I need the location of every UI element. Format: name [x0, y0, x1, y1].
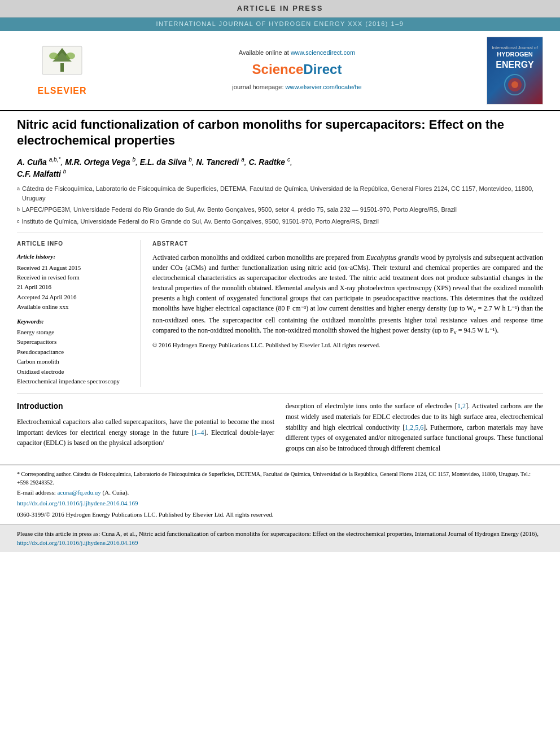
- article-history-label: Article history:: [17, 252, 132, 261]
- author-dasilva: E.L. da Silva: [140, 157, 187, 166]
- elsevier-logo: [40, 43, 85, 80]
- history-revised-date: 21 April 2016: [17, 283, 132, 291]
- svg-rect-1: [60, 63, 64, 72]
- introduction-heading: Introduction: [17, 401, 274, 412]
- corresponding-author-note: * Corresponding author. Cátedra de Fisic…: [17, 470, 543, 487]
- email-link[interactable]: acuna@fq.edu.uy: [57, 489, 100, 496]
- journal-cover-area: International Journal of HYDROGEN ENERGY: [481, 37, 549, 104]
- history-available: Available online xxx: [17, 303, 132, 311]
- history-accepted: Accepted 24 April 2016: [17, 293, 132, 302]
- citation-doi-link[interactable]: http://dx.doi.org/10.1016/j.ijhydene.201…: [17, 539, 138, 546]
- author-tancredi: N. Tancredi: [196, 157, 239, 166]
- footnote-area: * Corresponding author. Cátedra de Fisic…: [0, 465, 560, 524]
- citation-text: Please cite this article in press as: Cu…: [17, 530, 539, 537]
- article-in-press-banner: ARTICLE IN PRESS: [0, 0, 560, 18]
- intro-left-column: Introduction Electrochemical capacitors …: [17, 401, 274, 453]
- affiliation-a: a Cátedra de Fisicoquímica, Laboratorio …: [17, 184, 543, 203]
- keyword-eis: Electrochemical impedance spectroscopy: [17, 377, 132, 386]
- abstract-label: ABSTRACT: [152, 240, 543, 248]
- elsevier-wordmark: ELSEVIER: [37, 85, 86, 97]
- svg-point-8: [511, 81, 518, 88]
- page-header: ELSEVIER Available online at www.science…: [0, 31, 560, 111]
- main-content: Nitric acid functionalization of carbon …: [0, 111, 560, 460]
- sciencedirect-url[interactable]: www.sciencedirect.com: [291, 49, 355, 56]
- available-online-text: Available online at www.sciencedirect.co…: [239, 49, 355, 57]
- journal-name-bar: INTERNATIONAL JOURNAL OF HYDROGEN ENERGY…: [0, 18, 560, 30]
- author-cuna: A. Cuña: [17, 157, 47, 166]
- authors-line: A. Cuña a,b,*, M.R. Ortega Vega b, E.L. …: [17, 156, 543, 180]
- header-center: Available online at www.sciencedirect.co…: [113, 37, 481, 104]
- history-revised-label: Received in revised form: [17, 273, 132, 282]
- intro-left-text: Electrochemical capacitors also called s…: [17, 417, 274, 448]
- article-info-label: ARTICLE INFO: [17, 240, 132, 248]
- affiliation-b: b LAPEC/PPGE3M, Universidade Federal do …: [17, 205, 543, 215]
- history-received: Received 21 August 2015: [17, 264, 132, 272]
- article-title: Nitric acid functionalization of carbon …: [17, 117, 543, 149]
- journal-cover-hydrogen: HYDROGEN: [497, 51, 533, 58]
- doi-link[interactable]: http://dx.doi.org/10.1016/j.ijhydene.201…: [17, 500, 138, 506]
- elsevier-logo-area: ELSEVIER: [11, 37, 113, 104]
- author-radtke: C. Radtke: [248, 157, 285, 166]
- ref-1-2-5-6[interactable]: 1,2,5,6: [405, 423, 423, 431]
- journal-homepage-url[interactable]: www.elsevier.com/locate/he: [286, 84, 362, 90]
- affiliations: a Cátedra de Fisicoquímica, Laboratorio …: [17, 184, 543, 226]
- ref-1-4[interactable]: 1–4: [194, 429, 204, 436]
- abstract-text: Activated carbon monoliths and oxidized …: [152, 252, 543, 337]
- ref-1-2[interactable]: 1,2: [457, 402, 466, 410]
- introduction-section: Introduction Electrochemical capacitors …: [17, 401, 543, 453]
- intro-right-column: desorption of electrolyte ions onto the …: [286, 401, 543, 453]
- affiliation-c: c Instituto de Química, Universidade Fed…: [17, 217, 543, 226]
- sciencedirect-logo: ScienceDirect: [252, 60, 342, 79]
- keywords-label: Keywords:: [17, 317, 132, 326]
- author-malfatti: C.F. Malfatti: [17, 169, 61, 178]
- keyword-energy-storage: Energy storage: [17, 328, 132, 337]
- svg-point-4: [49, 53, 58, 59]
- intro-right-text: desorption of electrolyte ions onto the …: [286, 401, 543, 453]
- article-info-column: ARTICLE INFO Article history: Received 2…: [17, 240, 141, 387]
- author-ortega: M.R. Ortega Vega: [65, 157, 130, 166]
- keyword-supercapacitors: Supercapacitors: [17, 338, 132, 346]
- keyword-oxidized-electrode: Oxidized electrode: [17, 368, 132, 376]
- email-line: E-mail address: acuna@fq.edu.uy (A. Cuña…: [17, 488, 543, 497]
- journal-cover: International Journal of HYDROGEN ENERGY: [487, 37, 543, 104]
- abstract-column: ABSTRACT Activated carbon monoliths and …: [152, 240, 543, 387]
- journal-cover-subtitle: International Journal of: [492, 45, 537, 51]
- sciencedirect-direct: Direct: [303, 62, 342, 77]
- sciencedirect-sci: Science: [252, 62, 304, 77]
- svg-point-5: [66, 53, 75, 59]
- section-divider: [17, 394, 543, 394]
- keyword-carbon-monolith: Carbon monolith: [17, 357, 132, 366]
- info-abstract-section: ARTICLE INFO Article history: Received 2…: [17, 233, 543, 387]
- journal-cover-energy: ENERGY: [496, 59, 534, 71]
- citation-box: Please cite this article in press as: Cu…: [0, 524, 560, 552]
- keyword-pseudocapacitance: Pseudocapacitance: [17, 348, 132, 356]
- abstract-copyright: © 2016 Hydrogen Energy Publications LLC.…: [152, 341, 543, 350]
- footnote-copyright: 0360-3199/© 2016 Hydrogen Energy Publica…: [17, 510, 543, 519]
- journal-homepage: journal homepage: www.elsevier.com/locat…: [232, 83, 361, 91]
